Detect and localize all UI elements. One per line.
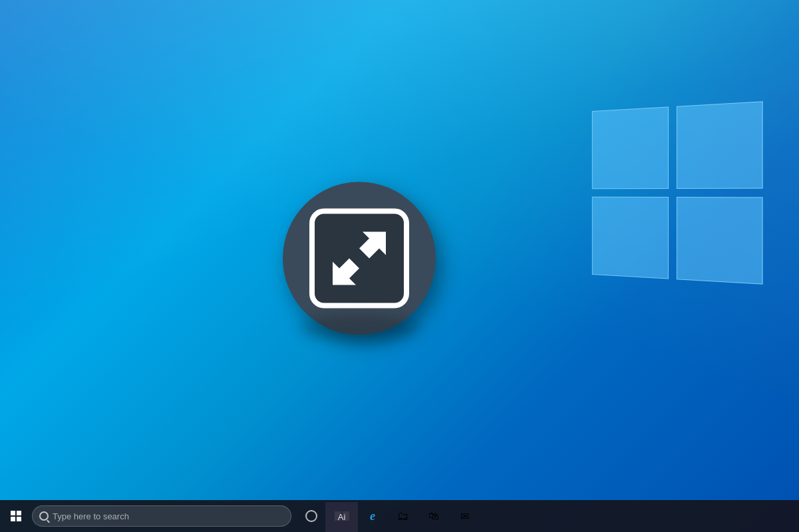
win-pane-br — [677, 197, 763, 285]
taskbar-pinned-icons: e 🗂 🛍 ✉ — [297, 501, 479, 531]
cortana-button[interactable] — [297, 501, 326, 531]
windows-start-icon — [11, 511, 21, 521]
start-button[interactable] — [0, 500, 32, 532]
app-icon-circle — [283, 182, 436, 335]
desktop: Type here to search e 🗂 — [0, 0, 799, 532]
cortana-icon — [305, 510, 317, 522]
search-placeholder-text: Type here to search — [53, 511, 129, 521]
file-explorer-button[interactable]: 🗂 — [389, 501, 418, 531]
svg-marker-1 — [333, 259, 359, 285]
taskbar-search-bar[interactable]: Type here to search — [32, 505, 291, 527]
edge-icon: e — [370, 509, 375, 523]
resize-icon — [326, 225, 393, 292]
store-button[interactable]: 🛍 — [419, 501, 448, 531]
svg-marker-0 — [359, 232, 386, 259]
mail-icon: ✉ — [460, 510, 469, 523]
folder-icon: 🗂 — [397, 509, 409, 523]
taskbar: Type here to search e 🗂 — [0, 500, 799, 532]
mail-button[interactable]: ✉ — [450, 501, 479, 531]
win-pane-tl — [592, 106, 669, 189]
ai-badge[interactable]: Ai — [325, 502, 358, 532]
app-icon-box — [309, 209, 409, 309]
ai-label: Ai — [338, 512, 346, 522]
edge-button[interactable]: e — [358, 501, 387, 531]
search-icon — [39, 511, 49, 521]
windows-logo — [586, 106, 759, 279]
win-pane-bl — [592, 197, 669, 279]
store-icon: 🛍 — [428, 510, 439, 522]
app-icon-container — [283, 182, 436, 335]
win-pane-tr — [677, 101, 763, 189]
